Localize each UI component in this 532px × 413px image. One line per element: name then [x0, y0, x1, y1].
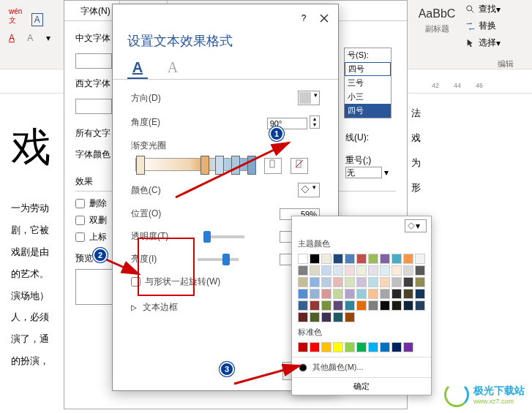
chinese-font-input[interactable] [75, 53, 112, 69]
color-swatch[interactable] [391, 289, 402, 299]
color-swatch[interactable] [345, 277, 355, 287]
color-swatch[interactable] [403, 300, 413, 311]
double-strike-checkbox[interactable] [75, 216, 85, 225]
color-swatch[interactable] [415, 265, 425, 276]
color-swatch[interactable] [333, 312, 343, 322]
color-swatch[interactable] [310, 312, 320, 322]
western-font-input[interactable] [75, 99, 112, 114]
color-swatch[interactable] [391, 265, 402, 276]
gradient-track[interactable] [135, 158, 256, 171]
color-swatch[interactable] [368, 265, 378, 276]
gradient-stop[interactable] [215, 156, 224, 175]
color-swatch[interactable] [310, 289, 320, 299]
color-swatch[interactable] [310, 342, 320, 352]
strike-checkbox[interactable] [75, 199, 85, 208]
color-confirm-button[interactable]: 确定 [292, 377, 431, 395]
char-shading-icon[interactable]: ▾ [42, 31, 54, 45]
color-swatch[interactable] [368, 342, 378, 352]
color-swatch[interactable] [368, 277, 378, 287]
color-swatch[interactable] [356, 300, 367, 311]
color-swatch[interactable] [333, 265, 343, 276]
color-swatch[interactable] [403, 265, 413, 276]
size-option[interactable]: 小三 [345, 90, 391, 104]
color-swatch[interactable] [321, 254, 331, 264]
rotate-with-shape-checkbox[interactable] [131, 277, 141, 287]
add-stop-button[interactable] [264, 158, 282, 174]
color-swatch[interactable] [298, 300, 308, 311]
text-effects-icon[interactable]: A [23, 31, 37, 45]
color-swatch[interactable] [310, 277, 320, 287]
color-drop-button[interactable]: ▾ [405, 219, 427, 232]
color-swatch[interactable] [380, 342, 390, 352]
gradient-stop[interactable] [247, 156, 256, 175]
style-box-subtitle[interactable]: AaBbC 副标题 [411, 7, 462, 44]
tab-text-outline[interactable]: A [162, 57, 183, 79]
color-swatch[interactable] [368, 300, 378, 311]
color-swatch[interactable] [333, 289, 343, 299]
color-swatch[interactable] [415, 277, 425, 287]
color-swatch[interactable] [298, 277, 308, 287]
replace-button[interactable]: 替换 [462, 18, 528, 34]
color-swatch[interactable] [345, 342, 355, 352]
color-swatch[interactable] [380, 254, 390, 264]
phonetic-icon[interactable]: wén文 [5, 5, 26, 28]
color-swatch[interactable] [321, 265, 331, 276]
color-swatch[interactable] [345, 289, 355, 299]
color-swatch[interactable] [415, 254, 425, 264]
color-swatch[interactable] [403, 277, 413, 287]
color-swatch[interactable] [310, 254, 320, 264]
color-swatch[interactable] [321, 277, 331, 287]
color-swatch[interactable] [298, 265, 308, 276]
color-swatch[interactable] [321, 342, 331, 352]
color-swatch[interactable] [380, 265, 390, 276]
color-swatch[interactable] [380, 300, 390, 311]
color-swatch[interactable] [333, 254, 343, 264]
brightness-slider[interactable] [198, 258, 239, 261]
color-swatch[interactable] [368, 289, 378, 299]
color-swatch[interactable] [298, 289, 308, 299]
size-option[interactable]: 三号 [345, 76, 391, 90]
color-swatch[interactable] [298, 254, 308, 264]
color-swatch[interactable] [345, 312, 355, 322]
color-swatch[interactable] [415, 289, 425, 299]
remove-stop-button[interactable] [291, 158, 308, 174]
color-swatch[interactable] [403, 289, 413, 299]
color-swatch[interactable] [403, 254, 413, 264]
color-swatch[interactable] [356, 254, 367, 264]
color-swatch[interactable] [415, 300, 425, 311]
color-swatch[interactable] [333, 277, 343, 287]
find-button[interactable]: 查找 ▾ [462, 1, 528, 17]
color-swatch[interactable] [310, 300, 320, 311]
angle-spinner[interactable]: ▴▾ [310, 115, 320, 129]
color-swatch[interactable] [310, 265, 320, 276]
select-button[interactable]: 选择 ▾ [462, 35, 528, 50]
gradient-stop[interactable] [231, 156, 240, 175]
color-swatch[interactable] [356, 265, 367, 276]
color-swatch[interactable] [368, 254, 378, 264]
size-dropdown[interactable]: 号(S): 四号 三号 小三 四号 [344, 48, 391, 118]
color-swatch[interactable] [345, 300, 355, 311]
color-swatch[interactable] [391, 342, 402, 352]
size-option[interactable]: 四号 [345, 104, 391, 118]
transparency-slider[interactable] [203, 235, 244, 238]
color-swatch[interactable] [333, 342, 343, 352]
superscript-checkbox[interactable] [75, 232, 85, 242]
size-selected[interactable]: 四号 [345, 62, 391, 76]
gradient-stop-selected[interactable] [201, 156, 209, 175]
expander-icon[interactable]: ▷ [131, 303, 138, 311]
color-swatch[interactable] [391, 277, 402, 287]
color-swatch[interactable] [321, 289, 331, 299]
color-swatch[interactable] [321, 300, 331, 311]
color-swatch[interactable] [380, 277, 390, 287]
color-swatch[interactable] [356, 342, 367, 352]
color-swatch[interactable] [298, 312, 308, 322]
color-swatch[interactable] [345, 265, 355, 276]
direction-dropdown[interactable]: ▾ [298, 91, 320, 105]
gradient-stop[interactable] [136, 156, 145, 175]
emphasis-input[interactable] [345, 167, 382, 178]
tab-text-fill[interactable]: A [127, 57, 148, 79]
color-swatch[interactable] [345, 254, 355, 264]
color-swatch[interactable] [403, 342, 413, 352]
color-swatch[interactable] [298, 342, 308, 352]
color-swatch[interactable] [321, 312, 331, 322]
